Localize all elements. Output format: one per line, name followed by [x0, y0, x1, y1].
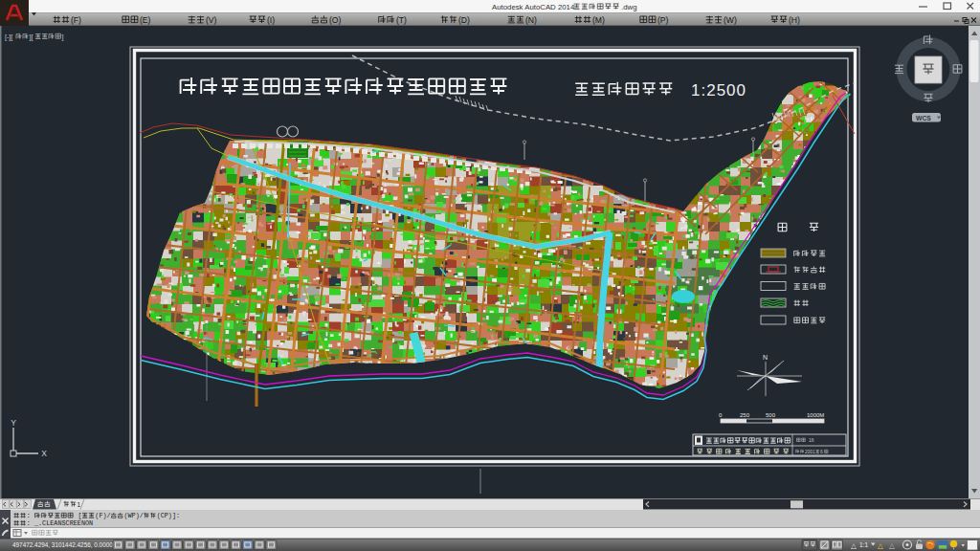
svg-text:Y: Y [11, 418, 16, 428]
svg-text:1:1: 1:1 [859, 541, 868, 548]
svg-text::: : [27, 512, 34, 519]
svg-text:(CP)]:: (CP)]: [157, 512, 180, 519]
svg-text:.dwg: .dwg [621, 3, 636, 11]
svg-text:△: △ [889, 541, 895, 550]
svg-text:(D): (D) [458, 15, 470, 25]
svg-text:: _.CLEANSCREENON: : _.CLEANSCREENON [27, 519, 93, 527]
svg-text:(V): (V) [206, 15, 217, 25]
svg-text:2001: 2001 [805, 450, 815, 454]
svg-text:[: [ [74, 512, 81, 519]
svg-text:(N): (N) [525, 15, 537, 25]
svg-text:]: ] [62, 33, 64, 41]
svg-text:1:2500: 1:2500 [691, 81, 746, 99]
svg-text:250: 250 [740, 412, 750, 418]
svg-text:1: 1 [78, 501, 81, 508]
svg-text:(T): (T) [396, 15, 407, 25]
svg-text:[-][: [-][ [5, 33, 12, 41]
svg-text:0: 0 [719, 412, 723, 418]
svg-text:(I): (I) [267, 15, 275, 25]
svg-text:(F)/: (F)/ [95, 512, 110, 519]
svg-text:△: △ [878, 541, 883, 550]
svg-text:N: N [763, 354, 768, 361]
svg-text:(E): (E) [140, 15, 151, 25]
svg-text:(W): (W) [724, 15, 737, 25]
svg-text:△: △ [851, 541, 857, 550]
svg-text:500: 500 [766, 412, 776, 418]
svg-text:(WP)/: (WP)/ [123, 512, 143, 519]
svg-text:1000M: 1000M [807, 412, 824, 418]
svg-text:X: X [41, 449, 47, 458]
svg-text:16: 16 [809, 437, 814, 443]
svg-text:][: ][ [30, 33, 33, 41]
svg-text:(M): (M) [592, 15, 605, 25]
svg-text:6: 6 [820, 450, 823, 454]
svg-text:Autodesk AutoCAD 2014: Autodesk AutoCAD 2014 [492, 3, 575, 11]
svg-text:WCS: WCS [916, 115, 931, 121]
svg-text:497472.4294, 3101442.4256, 0.0: 497472.4294, 3101442.4256, 0.0000 [12, 541, 113, 548]
svg-text:(O): (O) [329, 15, 342, 25]
svg-text:(P): (P) [657, 15, 669, 25]
svg-text:(H): (H) [789, 15, 800, 25]
svg-text:(F): (F) [71, 15, 81, 25]
